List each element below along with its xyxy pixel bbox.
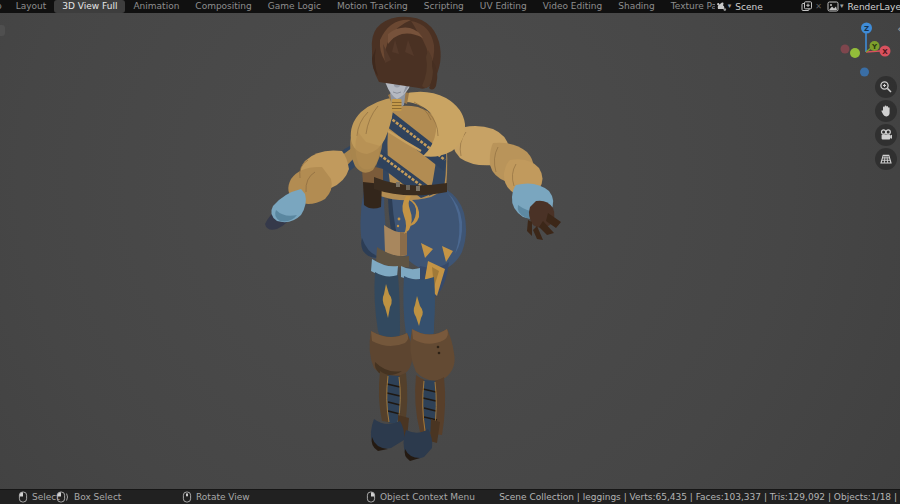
camera-view-icon[interactable] [875, 124, 897, 146]
viewport-nav-tools [875, 76, 897, 170]
gizmo-axis-neg-y[interactable] [850, 48, 860, 58]
scene-stats: Scene Collection | leggings | Verts:65,4… [499, 490, 897, 504]
tab-clipped[interactable]: p [0, 0, 8, 13]
editor-corner-widget[interactable] [0, 25, 5, 36]
pan-hand-icon[interactable] [875, 100, 897, 122]
view-gizmo[interactable]: Z Y X [841, 23, 891, 77]
scene-name[interactable]: Scene [735, 2, 797, 12]
blender-window: p Layout 3D View Full Animation Composit… [0, 0, 900, 504]
tab-compositing[interactable]: Compositing [187, 0, 259, 13]
gizmo-z-label: Z [864, 25, 869, 33]
hint-label: Object Context Menu [380, 492, 475, 502]
gizmo-x-label: X [882, 48, 888, 56]
hint-box-select: Box Select [56, 490, 121, 504]
mouse-left-drag-icon [56, 491, 70, 503]
tab-scripting[interactable]: Scripting [416, 0, 472, 13]
render-layer-selector[interactable]: ▾ RenderLayer ✕ [827, 0, 900, 13]
zoom-icon[interactable] [875, 76, 897, 98]
hint-select: Select [18, 490, 60, 504]
scene-selector[interactable]: ▾ Scene ✕ [715, 0, 827, 13]
new-scene-icon[interactable] [801, 0, 813, 13]
statusbar: Select Box Select Rotate View Object Con… [0, 489, 900, 504]
mouse-right-icon [366, 491, 376, 503]
hint-label: Box Select [74, 492, 121, 502]
gizmo-axis-neg-x[interactable] [841, 45, 850, 54]
gizmo-y-label: Y [871, 43, 878, 51]
tab-texture-paint[interactable]: Texture Pa [663, 0, 715, 13]
mouse-left-icon [18, 491, 28, 503]
chevron-down-icon: ▾ [728, 2, 732, 10]
topbar-right: ▾ Scene ✕ [715, 0, 900, 13]
hint-rotate-view: Rotate View [182, 490, 250, 504]
tab-game-logic[interactable]: Game Logic [260, 0, 329, 13]
chevron-down-icon: ▾ [840, 2, 844, 10]
gizmo-axis-neg-z[interactable] [860, 68, 869, 77]
topbar: p Layout 3D View Full Animation Composit… [0, 0, 900, 13]
perspective-grid-icon[interactable] [875, 148, 897, 170]
workspace-tabs: p Layout 3D View Full Animation Composit… [0, 0, 715, 13]
viewport-3d[interactable]: Z Y X ‹ [0, 13, 900, 489]
tab-motion-tracking[interactable]: Motion Tracking [329, 0, 416, 13]
render-layer-name[interactable]: RenderLayer [848, 2, 900, 12]
tab-layout[interactable]: Layout [8, 0, 55, 13]
hint-object-context-menu: Object Context Menu [366, 490, 475, 504]
unlink-scene-icon[interactable]: ✕ [813, 2, 827, 11]
tab-animation[interactable]: Animation [125, 0, 187, 13]
scene-icon [715, 0, 727, 13]
render-layer-icon [827, 0, 839, 13]
tab-shading[interactable]: Shading [610, 0, 663, 13]
tab-3d-view-full[interactable]: 3D View Full [54, 0, 125, 13]
character-model[interactable]: Z Y X [0, 13, 900, 489]
mouse-middle-icon [182, 491, 192, 503]
tab-video-editing[interactable]: Video Editing [535, 0, 610, 13]
tab-uv-editing[interactable]: UV Editing [472, 0, 535, 13]
hint-label: Rotate View [196, 492, 250, 502]
